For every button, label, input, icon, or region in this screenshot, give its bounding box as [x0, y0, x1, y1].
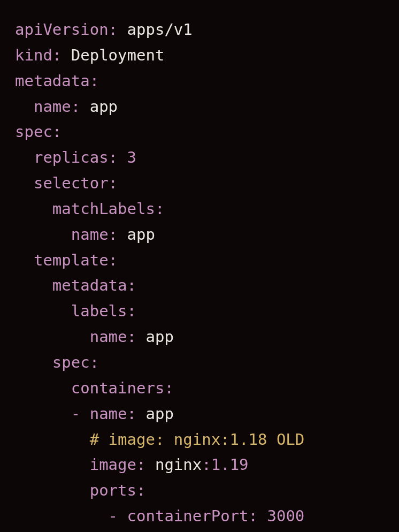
key-apiVersion: apiVersion	[15, 20, 109, 39]
key-name: name	[90, 328, 127, 346]
key-selector: selector	[34, 174, 109, 192]
value-replicas: 3	[127, 148, 136, 166]
key-name: name	[34, 97, 71, 116]
value-name: app	[145, 328, 173, 346]
line-matchLabels: matchLabels:	[15, 200, 164, 218]
value-image-tag: :1.19	[202, 455, 248, 474]
value-containerPort: 3000	[267, 507, 304, 525]
key-kind: kind	[15, 46, 52, 64]
colon: :	[249, 507, 258, 525]
key-image: image	[90, 455, 136, 474]
colon: :	[127, 276, 136, 294]
key-spec: spec	[15, 123, 52, 141]
colon: :	[90, 72, 99, 90]
key-name: name	[71, 225, 109, 244]
key-template: template	[34, 251, 109, 269]
value-kind: Deployment	[71, 46, 165, 64]
key-metadata: metadata	[52, 276, 127, 294]
line-template-metadata: metadata:	[15, 276, 136, 294]
colon: :	[90, 353, 99, 371]
value-apiVersion: apps/v1	[127, 20, 193, 39]
colon: :	[109, 20, 118, 39]
value-name: app	[127, 225, 155, 244]
yaml-code-block: apiVersion: apps/v1 kind: Deployment met…	[0, 0, 399, 532]
line-template-spec: spec:	[15, 353, 99, 371]
colon: :	[109, 148, 118, 166]
line-containerPort: - containerPort: 3000	[15, 507, 304, 525]
line-selector: selector:	[15, 174, 118, 192]
key-replicas: replicas	[34, 148, 109, 166]
colon: :	[109, 174, 118, 192]
line-ports: ports:	[15, 481, 145, 499]
key-metadata: metadata	[15, 72, 90, 90]
colon: :	[52, 46, 62, 64]
line-metadata: metadata:	[15, 72, 99, 90]
line-image: image: nginx:1.19	[15, 455, 249, 474]
key-labels: labels	[71, 302, 127, 320]
colon: :	[164, 379, 173, 397]
key-containerPort: containerPort	[127, 507, 249, 525]
line-comment: # image: nginx:1.18 OLD	[15, 430, 304, 449]
line-labels: labels:	[15, 302, 136, 320]
line-labels-name: name: app	[15, 328, 174, 346]
line-spec: spec:	[15, 123, 62, 141]
colon: :	[127, 302, 136, 320]
colon: :	[155, 200, 164, 218]
colon: :	[136, 481, 145, 499]
colon: :	[127, 405, 136, 423]
line-matchLabels-name: name: app	[15, 225, 155, 244]
dash: -	[109, 507, 118, 525]
value-image-base: nginx	[155, 455, 202, 474]
colon: :	[127, 328, 136, 346]
colon: :	[71, 97, 80, 116]
line-containers: containers:	[15, 379, 174, 397]
line-apiVersion: apiVersion: apps/v1	[15, 20, 193, 39]
value-name: app	[90, 97, 118, 116]
colon: :	[136, 455, 145, 474]
comment-old-image: # image: nginx:1.18 OLD	[90, 430, 305, 449]
colon: :	[109, 251, 118, 269]
key-ports: ports	[90, 481, 136, 499]
dash: -	[71, 405, 80, 423]
key-spec: spec	[52, 353, 90, 371]
line-container-name: - name: app	[15, 405, 174, 423]
line-kind: kind: Deployment	[15, 46, 164, 64]
line-template: template:	[15, 251, 118, 269]
colon: :	[109, 225, 118, 244]
key-containers: containers	[71, 379, 165, 397]
value-name: app	[145, 405, 173, 423]
colon: :	[52, 123, 62, 141]
line-metadata-name: name: app	[15, 97, 118, 116]
key-matchLabels: matchLabels	[52, 200, 155, 218]
key-name: name	[90, 405, 127, 423]
line-replicas: replicas: 3	[15, 148, 136, 166]
